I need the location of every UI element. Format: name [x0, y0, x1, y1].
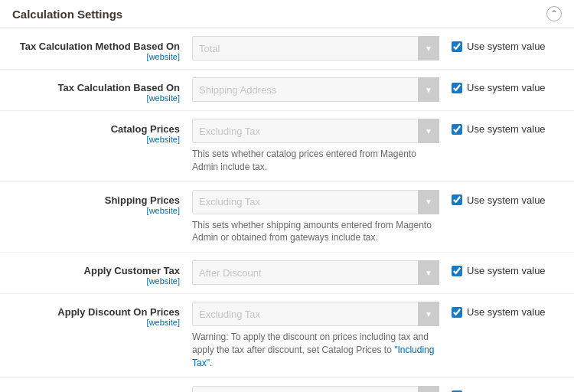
use-system-label-tax-calc-based-on[interactable]: Use system value	[452, 82, 546, 93]
settings-row-tax-calc-based-on: Tax Calculation Based On[website]Shippin…	[0, 70, 574, 111]
use-system-text-shipping-prices: Use system value	[467, 194, 546, 206]
action-col-catalog-prices: Use system value	[439, 119, 562, 135]
warning-link[interactable]: "Including Tax"	[192, 345, 434, 368]
action-col-tax-calc-method: Use system value	[439, 36, 562, 52]
label-sub-apply-customer-tax: [website]	[12, 276, 180, 286]
label-col-tax-calc-method: Tax Calculation Method Based On[website]	[12, 36, 192, 61]
select-wrapper-tax-calc-based-on: Shipping AddressBilling AddressShipping …	[192, 77, 439, 102]
use-system-checkbox-tax-calc-based-on[interactable]	[452, 83, 462, 93]
action-col-apply-tax-on: Use system value	[439, 386, 562, 392]
select-apply-discount-on-prices[interactable]: Excluding TaxIncluding Tax	[192, 302, 439, 326]
use-system-text-apply-discount-on-prices: Use system value	[467, 306, 546, 318]
select-wrapper-tax-calc-method: TotalUnit PriceRow Total▼	[192, 36, 439, 60]
settings-row-tax-calc-method: Tax Calculation Method Based On[website]…	[0, 28, 574, 70]
settings-table: Tax Calculation Method Based On[website]…	[0, 28, 574, 392]
label-main-tax-calc-method: Tax Calculation Method Based On	[12, 41, 180, 52]
settings-row-apply-customer-tax: Apply Customer Tax[website]After Discoun…	[0, 253, 574, 294]
use-system-text-tax-calc-based-on: Use system value	[467, 82, 546, 93]
use-system-label-apply-customer-tax[interactable]: Use system value	[452, 265, 546, 276]
settings-row-catalog-prices: Catalog Prices[website]Excluding TaxIncl…	[0, 111, 574, 182]
use-system-text-catalog-prices: Use system value	[467, 123, 546, 135]
control-col-tax-calc-based-on: Shipping AddressBilling AddressShipping …	[192, 77, 439, 102]
select-wrapper-apply-discount-on-prices: Excluding TaxIncluding Tax▼	[192, 302, 439, 326]
select-wrapper-apply-tax-on: Custom price if availableOriginal price …	[192, 386, 439, 392]
label-main-shipping-prices: Shipping Prices	[12, 194, 180, 206]
label-sub-tax-calc-method: [website]	[12, 52, 180, 61]
warning-apply-discount-on-prices: Warning: To apply the discount on prices…	[192, 331, 439, 369]
select-wrapper-shipping-prices: Excluding TaxIncluding Tax▼	[192, 190, 439, 214]
label-sub-tax-calc-based-on: [website]	[12, 93, 180, 103]
select-apply-customer-tax[interactable]: After DiscountBefore Discount	[192, 260, 439, 285]
collapse-button[interactable]: ⌃	[546, 6, 562, 21]
label-col-apply-tax-on: Apply Tax On[website]	[12, 386, 192, 392]
use-system-label-apply-discount-on-prices[interactable]: Use system value	[452, 306, 546, 318]
use-system-text-tax-calc-method: Use system value	[467, 41, 546, 52]
action-col-shipping-prices: Use system value	[439, 190, 562, 206]
label-main-apply-customer-tax: Apply Customer Tax	[12, 265, 180, 276]
use-system-text-apply-customer-tax: Use system value	[467, 265, 546, 276]
section-title: Calculation Settings	[12, 8, 122, 21]
use-system-label-shipping-prices[interactable]: Use system value	[452, 194, 546, 206]
use-system-checkbox-shipping-prices[interactable]	[452, 194, 462, 205]
control-col-apply-discount-on-prices: Excluding TaxIncluding Tax▼Warning: To a…	[192, 302, 439, 369]
control-col-shipping-prices: Excluding TaxIncluding Tax▼This sets whe…	[192, 190, 439, 245]
label-main-catalog-prices: Catalog Prices	[12, 123, 180, 135]
label-col-tax-calc-based-on: Tax Calculation Based On[website]	[12, 77, 192, 103]
label-main-apply-discount-on-prices: Apply Discount On Prices	[12, 306, 180, 318]
select-tax-calc-method[interactable]: TotalUnit PriceRow Total	[192, 36, 439, 60]
settings-row-apply-tax-on: Apply Tax On[website]Custom price if ava…	[0, 378, 574, 392]
label-main-tax-calc-based-on: Tax Calculation Based On	[12, 82, 180, 93]
use-system-checkbox-tax-calc-method[interactable]	[452, 41, 462, 52]
use-system-checkbox-apply-discount-on-prices[interactable]	[452, 307, 462, 318]
use-system-checkbox-apply-customer-tax[interactable]	[452, 266, 462, 276]
label-sub-shipping-prices: [website]	[12, 206, 180, 215]
settings-row-shipping-prices: Shipping Prices[website]Excluding TaxInc…	[0, 182, 574, 253]
label-col-shipping-prices: Shipping Prices[website]	[12, 190, 192, 215]
control-col-catalog-prices: Excluding TaxIncluding Tax▼This sets whe…	[192, 119, 439, 174]
label-col-catalog-prices: Catalog Prices[website]	[12, 119, 192, 144]
hint-shipping-prices: This sets whether shipping amounts enter…	[192, 219, 439, 245]
label-col-apply-customer-tax: Apply Customer Tax[website]	[12, 260, 192, 286]
control-col-tax-calc-method: TotalUnit PriceRow Total▼	[192, 36, 439, 60]
select-wrapper-apply-customer-tax: After DiscountBefore Discount▼	[192, 260, 439, 285]
use-system-checkbox-catalog-prices[interactable]	[452, 124, 462, 135]
label-sub-catalog-prices: [website]	[12, 135, 180, 144]
select-shipping-prices[interactable]: Excluding TaxIncluding Tax	[192, 190, 439, 214]
section-header: Calculation Settings ⌃	[0, 0, 574, 28]
action-col-apply-discount-on-prices: Use system value	[439, 302, 562, 318]
select-apply-tax-on[interactable]: Custom price if availableOriginal price …	[192, 386, 439, 392]
use-system-label-tax-calc-method[interactable]: Use system value	[452, 41, 546, 52]
select-wrapper-catalog-prices: Excluding TaxIncluding Tax▼	[192, 119, 439, 143]
control-col-apply-customer-tax: After DiscountBefore Discount▼	[192, 260, 439, 285]
select-tax-calc-based-on[interactable]: Shipping AddressBilling AddressShipping …	[192, 77, 439, 102]
settings-row-apply-discount-on-prices: Apply Discount On Prices[website]Excludi…	[0, 294, 574, 377]
use-system-label-catalog-prices[interactable]: Use system value	[452, 123, 546, 135]
select-catalog-prices[interactable]: Excluding TaxIncluding Tax	[192, 119, 439, 143]
hint-catalog-prices: This sets whether catalog prices entered…	[192, 148, 439, 174]
control-col-apply-tax-on: Custom price if availableOriginal price …	[192, 386, 439, 392]
label-col-apply-discount-on-prices: Apply Discount On Prices[website]	[12, 302, 192, 327]
action-col-tax-calc-based-on: Use system value	[439, 77, 562, 93]
label-sub-apply-discount-on-prices: [website]	[12, 318, 180, 327]
action-col-apply-customer-tax: Use system value	[439, 260, 562, 276]
